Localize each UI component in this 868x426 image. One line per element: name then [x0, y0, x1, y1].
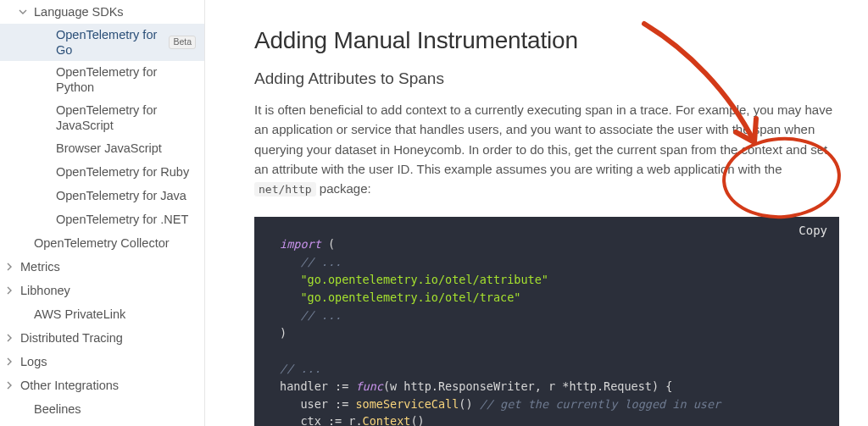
sidebar-group-work-with-your-data[interactable]: Work with Your Data: [0, 421, 204, 426]
sidebar-item-label: Libhoney: [20, 283, 196, 298]
sidebar-item-browser-js[interactable]: Browser JavaScript: [0, 136, 204, 160]
chevron-down-icon: [17, 8, 29, 16]
main-content: Adding Manual Instrumentation Adding Att…: [205, 0, 868, 426]
sidebar-item-label: OpenTelemetry Collector: [34, 235, 196, 251]
code-block: Copy import ( // ... "go.opentelemetry.i…: [254, 217, 839, 426]
chevron-right-icon: [3, 357, 15, 366]
page-heading: Adding Manual Instrumentation: [254, 27, 839, 54]
sidebar-item-otel-go[interactable]: OpenTelemetry for Go Beta: [0, 24, 204, 61]
sidebar-item-beelines[interactable]: Beelines: [0, 397, 204, 421]
sidebar-group-other-integrations[interactable]: Other Integrations: [0, 373, 204, 397]
sidebar-group-distributed-tracing[interactable]: Distributed Tracing: [0, 326, 204, 350]
sidebar-item-label: Logs: [20, 354, 196, 369]
chevron-right-icon: [3, 263, 15, 271]
sidebar-item-label: OpenTelemetry for JavaScript: [56, 102, 196, 133]
sidebar-item-otel-java[interactable]: OpenTelemetry for Java: [0, 184, 204, 207]
sidebar-group-metrics[interactable]: Metrics: [0, 255, 204, 279]
text: It is often beneficial to add context to…: [254, 102, 832, 176]
section-heading: Adding Attributes to Spans: [254, 69, 839, 88]
sidebar-item-label: Beelines: [34, 401, 196, 417]
copy-button[interactable]: Copy: [798, 224, 827, 237]
sidebar-item-label: OpenTelemetry for Ruby: [56, 164, 196, 180]
sidebar-item-label: OpenTelemetry for Java: [56, 188, 196, 203]
sidebar-group-language-sdks[interactable]: Language SDKs: [0, 0, 204, 24]
sidebar-item-label: Language SDKs: [34, 4, 196, 19]
sidebar-item-label: OpenTelemetry for .NET: [56, 212, 196, 227]
sidebar-item-otel-collector[interactable]: OpenTelemetry Collector: [0, 231, 204, 255]
sidebar-item-otel-js[interactable]: OpenTelemetry for JavaScript: [0, 99, 204, 136]
inline-code: net/http: [254, 182, 316, 196]
sidebar-item-otel-python[interactable]: OpenTelemetry for Python: [0, 61, 204, 98]
sidebar-item-label: Distributed Tracing: [20, 330, 196, 346]
sidebar-item-label: OpenTelemetry for Go: [56, 27, 160, 58]
code-content: import ( // ... "go.opentelemetry.io/ote…: [254, 225, 839, 426]
sidebar-item-label: OpenTelemetry for Python: [56, 64, 196, 95]
beta-badge: Beta: [169, 36, 196, 49]
sidebar-group-logs[interactable]: Logs: [0, 350, 204, 373]
sidebar-group-libhoney[interactable]: Libhoney: [0, 279, 204, 302]
chevron-right-icon: [3, 381, 15, 390]
chevron-right-icon: [3, 334, 15, 342]
sidebar-item-otel-ruby[interactable]: OpenTelemetry for Ruby: [0, 160, 204, 184]
sidebar-item-label: Other Integrations: [20, 378, 196, 393]
sidebar-item-otel-dotnet[interactable]: OpenTelemetry for .NET: [0, 207, 204, 231]
section-paragraph: It is often beneficial to add context to…: [254, 100, 839, 198]
sidebar-item-label: AWS PrivateLink: [34, 307, 196, 322]
sidebar: Language SDKs OpenTelemetry for Go Beta …: [0, 0, 205, 426]
sidebar-item-label: Browser JavaScript: [56, 141, 196, 156]
sidebar-item-label: Metrics: [20, 259, 196, 274]
sidebar-item-aws-privatelink[interactable]: AWS PrivateLink: [0, 302, 204, 326]
chevron-right-icon: [3, 286, 15, 295]
text: package:: [320, 181, 371, 196]
